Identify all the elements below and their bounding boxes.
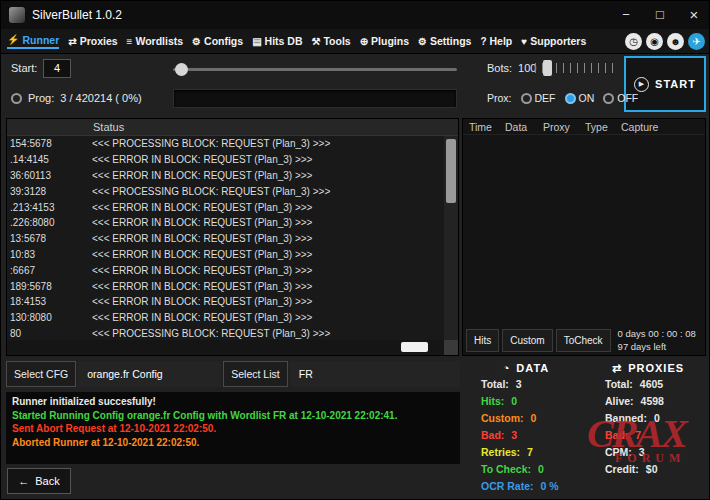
- proxy-mode-row: Prox: DEF ON OFF: [487, 92, 638, 104]
- horizontal-scrollbar-thumb[interactable]: [401, 342, 428, 352]
- log-row[interactable]: 189:5678 <<< ERROR IN BLOCK: REQUEST (Pl…: [7, 278, 444, 294]
- log-row[interactable]: 154:5678 <<< PROCESSING BLOCK: REQUEST (…: [7, 136, 444, 152]
- log-row[interactable]: 36:60113 <<< ERROR IN BLOCK: REQUEST (Pl…: [7, 168, 444, 184]
- close-icon[interactable]: ×: [677, 1, 710, 29]
- results-tab[interactable]: Hits: [466, 329, 499, 352]
- prox-radio-option[interactable]: DEF: [521, 92, 556, 104]
- plugins-icon: ⊕: [360, 36, 368, 47]
- minimize-icon[interactable]: −: [609, 1, 643, 29]
- results-header: TimeDataProxyTypeCapture: [463, 119, 705, 135]
- prox-radio-option[interactable]: OFF: [603, 92, 638, 104]
- horizontal-scrollbar[interactable]: [7, 340, 444, 355]
- wordlists-icon: ≡: [127, 36, 133, 47]
- runner-icon: ⚡: [7, 34, 19, 45]
- progress-radio[interactable]: [11, 93, 22, 104]
- nav-item[interactable]: ⚙ Settings: [418, 35, 471, 47]
- start-slider[interactable]: [173, 62, 457, 76]
- results-column-header[interactable]: Type: [585, 121, 621, 133]
- prox-option-label: OFF: [617, 92, 638, 104]
- results-column-header[interactable]: Capture: [621, 121, 673, 133]
- stat-value: 0: [511, 393, 517, 410]
- stat-label: Hits:: [481, 393, 504, 410]
- stat-value: 0 %: [541, 478, 559, 495]
- log-source: 36:60113: [7, 170, 87, 181]
- results-column-header[interactable]: Time: [469, 121, 505, 133]
- stat-label: Custom:: [481, 410, 524, 427]
- vertical-scrollbar[interactable]: [444, 136, 458, 340]
- nav-item[interactable]: ⊕ Plugins: [360, 35, 409, 47]
- prox-option-label: ON: [579, 92, 595, 104]
- stat-value: 0: [654, 410, 660, 427]
- stat-row: Banned: 0: [589, 410, 707, 427]
- vertical-scrollbar-thumb[interactable]: [446, 139, 456, 203]
- stat-label: To Check:: [481, 461, 531, 478]
- stat-row: Hits: 0: [465, 393, 587, 410]
- log-row[interactable]: 18:4153 <<< ERROR IN BLOCK: REQUEST (Pla…: [7, 294, 444, 310]
- log-row[interactable]: 39:3128 <<< PROCESSING BLOCK: REQUEST (P…: [7, 183, 444, 199]
- results-tab[interactable]: Custom: [502, 329, 552, 352]
- nav-item-label: Settings: [430, 35, 471, 47]
- stat-label: Banned:: [605, 410, 647, 427]
- stat-row: OCR Rate: 0 %: [465, 478, 587, 495]
- log-row[interactable]: :6667 <<< ERROR IN BLOCK: REQUEST (Plan_…: [7, 262, 444, 278]
- console-line: Runner initialized succesfully!: [12, 395, 454, 409]
- nav-item[interactable]: ▤ Hits DB: [252, 35, 302, 47]
- results-tab[interactable]: ToCheck: [556, 329, 611, 352]
- select-list-button[interactable]: Select List: [223, 361, 287, 387]
- log-row[interactable]: .14:4145 <<< ERROR IN BLOCK: REQUEST (Pl…: [7, 152, 444, 168]
- settings-icon: ⚙: [418, 36, 427, 47]
- proxies-stats-title: PROXIES: [628, 362, 684, 374]
- stat-label: Bad:: [605, 427, 628, 444]
- log-row[interactable]: 80 <<< PROCESSING BLOCK: REQUEST (Plan_3…: [7, 326, 444, 340]
- nav-item[interactable]: ⇄ Proxies: [68, 35, 117, 47]
- log-source: .226:8080: [7, 217, 87, 228]
- log-row[interactable]: 130:8080 <<< ERROR IN BLOCK: REQUEST (Pl…: [7, 310, 444, 326]
- nav-item-label: Plugins: [371, 35, 409, 47]
- selected-config-name: orange.fr Config: [78, 361, 221, 387]
- nav-item-label: Configs: [204, 35, 243, 47]
- select-cfg-button[interactable]: Select CFG: [6, 361, 76, 387]
- log-row[interactable]: .226:8080 <<< ERROR IN BLOCK: REQUEST (P…: [7, 215, 444, 231]
- nav-item[interactable]: ⚒ Tools: [312, 35, 351, 47]
- discord-icon[interactable]: ☻: [667, 33, 684, 50]
- results-column-header[interactable]: Proxy: [543, 121, 585, 133]
- nav-item[interactable]: ♥ Supporters: [521, 35, 586, 47]
- log-status: <<< ERROR IN BLOCK: REQUEST (Plan_3) >>>: [87, 281, 312, 292]
- nav-item[interactable]: ≡ Wordlists: [127, 35, 184, 47]
- log-source: .14:4145: [7, 154, 87, 165]
- back-button[interactable]: ← Back: [7, 468, 71, 494]
- stat-value: 0: [531, 410, 537, 427]
- status-column-header[interactable]: Status: [7, 119, 458, 136]
- history-icon[interactable]: ◷: [625, 33, 642, 50]
- nav-item[interactable]: ⚡ Runner: [7, 34, 59, 49]
- stat-row: Bad: 3: [465, 427, 587, 444]
- start-count-input[interactable]: 4: [43, 59, 71, 78]
- app-window: SilverBullet 1.0.2 − □ × ⚡ Runner ⇄ Prox…: [0, 0, 710, 500]
- stat-value: $0: [646, 461, 658, 478]
- nav-item[interactable]: ? Help: [480, 35, 512, 47]
- data-stats-title: DATA: [516, 362, 549, 374]
- nav-item[interactable]: ⚙ Configs: [192, 35, 243, 47]
- log-row[interactable]: 13:5678 <<< ERROR IN BLOCK: REQUEST (Pla…: [7, 231, 444, 247]
- stat-label: Bad:: [481, 427, 504, 444]
- stat-row: Retries: 7: [465, 444, 587, 461]
- camera-icon[interactable]: ◉: [646, 33, 663, 50]
- maximize-icon[interactable]: □: [643, 1, 677, 29]
- telegram-icon[interactable]: ✈: [688, 33, 705, 50]
- log-source: 13:5678: [7, 233, 87, 244]
- start-slider-thumb[interactable]: [175, 63, 188, 76]
- log-source: 80: [7, 328, 87, 339]
- log-row[interactable]: .213:4153 <<< ERROR IN BLOCK: REQUEST (P…: [7, 199, 444, 215]
- bots-slider-thumb[interactable]: [543, 60, 552, 76]
- log-status: <<< ERROR IN BLOCK: REQUEST (Plan_3) >>>: [87, 154, 312, 165]
- nav-item-label: Proxies: [80, 35, 118, 47]
- selected-wordlist-name: FR: [290, 361, 460, 387]
- log-row[interactable]: 10:83 <<< ERROR IN BLOCK: REQUEST (Plan_…: [7, 247, 444, 263]
- stat-row: Alive: 4598: [589, 393, 707, 410]
- window-controls: − □ ×: [609, 1, 710, 29]
- data-pie-icon: ◔: [503, 362, 511, 374]
- results-column-header[interactable]: Data: [505, 121, 543, 133]
- prox-radio-option[interactable]: ON: [565, 92, 595, 104]
- bots-slider[interactable]: [535, 59, 619, 77]
- bots-value[interactable]: 100: [518, 62, 536, 74]
